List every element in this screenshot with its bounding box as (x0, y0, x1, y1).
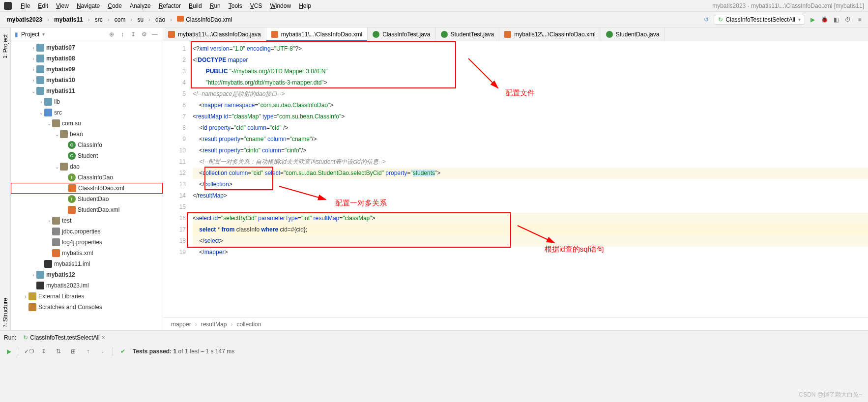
editor-breadcrumb-item[interactable]: collection (236, 321, 261, 328)
tree-node[interactable]: StudentDao.xml (11, 204, 163, 215)
code-line[interactable]: <!--配置一对多关系：自动根据cid去关联查询student表中该cid的信息… (193, 156, 868, 168)
next-icon[interactable]: ↓ (98, 346, 108, 356)
expand-chevron-icon[interactable]: › (30, 78, 36, 83)
breadcrumb-item[interactable]: src (92, 15, 106, 24)
tree-node[interactable]: ›mybatis09 (11, 64, 163, 75)
menu-run[interactable]: Run (206, 1, 225, 10)
toggle-icon[interactable]: ↧ (39, 346, 49, 356)
expand-chevron-icon[interactable]: › (46, 218, 52, 224)
tree-node[interactable]: mybatis11.iml (11, 258, 163, 269)
tool-tab-structure[interactable]: 7: Structure (1, 295, 10, 330)
tree-node[interactable]: ›mybatis10 (11, 75, 163, 86)
code-line[interactable]: <select id="selectByCid" parameterType="… (193, 213, 868, 224)
editor-tab[interactable]: ClassInfoTest.java (368, 28, 435, 41)
tree-node[interactable]: ›lib (11, 96, 163, 107)
editor-breadcrumb-item[interactable]: mapper (171, 321, 191, 328)
tree-node[interactable]: ⌄com.su (11, 118, 163, 129)
expand-chevron-icon[interactable]: › (30, 67, 36, 72)
tree-node[interactable]: ›External Libraries (11, 291, 163, 302)
chevron-down-icon[interactable]: ▾ (42, 31, 45, 37)
tree-node[interactable]: ›mybatis12 (11, 269, 163, 280)
code-area[interactable]: <?xml version="1.0" encoding="UTF-8"?><!… (191, 41, 868, 317)
code-line[interactable]: </collection> (193, 179, 868, 190)
expand-chevron-icon[interactable]: ⌄ (30, 88, 36, 94)
breadcrumb-item[interactable]: ClassInfoDao.xml (174, 15, 235, 24)
run-icon[interactable]: ▶ (808, 15, 817, 24)
menu-analyze[interactable]: Analyze (126, 1, 155, 10)
breadcrumb-item[interactable]: su (134, 15, 146, 24)
code-line[interactable]: <id property="cid" column="cid" /> (193, 122, 868, 134)
code-line[interactable]: select * from classInfo where cid=#{cid}… (193, 224, 868, 235)
tree-node[interactable]: jdbc.properties (11, 226, 163, 237)
scroll-from-source-icon[interactable]: ↕ (118, 30, 126, 38)
code-line[interactable]: </resultMap> (193, 190, 868, 201)
code-line[interactable]: <collection column="cid" select="com.su.… (193, 168, 868, 179)
expand-chevron-icon[interactable]: › (30, 272, 36, 278)
tree-node[interactable]: ›mybatis07 (11, 42, 163, 53)
code-line[interactable]: <?xml version="1.0" encoding="UTF-8"?> (193, 43, 868, 55)
menu-view[interactable]: View (52, 1, 73, 10)
code-line[interactable]: "http://mybatis.org/dtd/mybatis-3-mapper… (193, 77, 868, 88)
gear-icon[interactable]: ⚙ (140, 30, 148, 38)
profile-icon[interactable]: ⏱ (843, 15, 852, 24)
expand-chevron-icon[interactable]: › (23, 294, 29, 299)
code-line[interactable]: <!DOCTYPE mapper (193, 55, 868, 66)
code-line[interactable]: <!--namespace是映射的dao接口--> (193, 88, 868, 100)
tree-node[interactable]: ⌄mybatis11 (11, 86, 163, 96)
editor-tab[interactable]: StudentTest.java (436, 28, 500, 41)
menu-help[interactable]: Help (295, 1, 315, 10)
expand-chevron-icon[interactable]: ⌄ (54, 132, 60, 137)
tree-node[interactable]: Scratches and Consoles (11, 302, 163, 313)
expand-chevron-icon[interactable]: › (38, 99, 44, 105)
tool-tab-project[interactable]: 1: Project (1, 31, 10, 61)
hide-icon[interactable]: — (151, 30, 159, 38)
code-line[interactable] (193, 201, 868, 213)
editor-tab[interactable]: StudentDao.java (601, 28, 665, 41)
breadcrumb-item[interactable]: dao (152, 15, 168, 24)
tree-node[interactable]: mybatis.xml (11, 248, 163, 258)
breadcrumb-item[interactable]: mybatis2023 (4, 15, 45, 24)
expand-chevron-icon[interactable]: ⌄ (54, 164, 60, 170)
code-line[interactable]: <mapper namespace="com.su.dao.ClassInfoD… (193, 100, 868, 111)
tree-node[interactable]: IStudentDao (11, 194, 163, 204)
run-config-dropdown[interactable]: ↻ ClassInfoTest.testSelectAll ▾ (714, 15, 805, 25)
menu-file[interactable]: File (17, 1, 34, 10)
prev-icon[interactable]: ↑ (83, 346, 93, 356)
menu-build[interactable]: Build (185, 1, 206, 10)
tree-node[interactable]: ›mybatis08 (11, 53, 163, 64)
menu-refactor[interactable]: Refactor (155, 1, 185, 10)
editor-tab[interactable]: mybatis11\...\ClassInfoDao.xml (266, 28, 368, 41)
tree-node[interactable]: IClassInfoDao (11, 172, 163, 183)
expand-icon[interactable]: ⊞ (68, 346, 78, 356)
tree-node[interactable]: ›test (11, 215, 163, 226)
expand-chevron-icon[interactable]: › (30, 45, 36, 51)
expand-chevron-icon[interactable]: ⌄ (38, 110, 44, 115)
tree-node[interactable]: ClassInfoDao.xml (11, 183, 163, 194)
run-tab[interactable]: ↻ ClassInfoTest.testSelectAll × (20, 333, 108, 342)
code-line[interactable]: <result property="cname" column="cname"/… (193, 134, 868, 145)
expand-chevron-icon[interactable]: ⌄ (46, 121, 52, 126)
code-line[interactable]: PUBLIC "-//mybatis.org//DTD Mapper 3.0//… (193, 66, 868, 77)
tree-node[interactable]: log4j.properties (11, 237, 163, 248)
breadcrumb-item[interactable]: mybatis11 (51, 15, 86, 24)
rerun-icon[interactable]: ▶ (4, 346, 14, 356)
menu-window[interactable]: Window (266, 1, 295, 10)
collapse-all-icon[interactable]: ↧ (129, 30, 137, 38)
select-opened-file-icon[interactable]: ⊕ (108, 30, 116, 38)
menu-edit[interactable]: Edit (34, 1, 52, 10)
tree-node[interactable]: CStudent (11, 150, 163, 161)
editor-tab[interactable]: mybatis11\...\ClassInfoDao.java (163, 28, 266, 41)
coverage-icon[interactable]: ◧ (832, 15, 840, 24)
breadcrumb-item[interactable]: com (112, 15, 129, 24)
code-line[interactable]: <result property="cinfo" column="cinfo"/… (193, 145, 868, 156)
menu-navigate[interactable]: Navigate (73, 1, 104, 10)
stop-icon[interactable]: ■ (855, 15, 864, 24)
expand-chevron-icon[interactable]: › (30, 56, 36, 61)
code-line[interactable]: <resultMap id="classMap" type="com.su.be… (193, 111, 868, 122)
editor-breadcrumb-item[interactable]: resultMap (201, 321, 227, 328)
tree-node[interactable]: ⌄dao (11, 161, 163, 172)
tree-node[interactable]: ⌄src (11, 107, 163, 118)
tree-node[interactable]: CClassInfo (11, 140, 163, 150)
editor-tab[interactable]: mybatis12\...\ClassInfoDao.xml (499, 28, 601, 41)
debug-icon[interactable]: 🐞 (820, 15, 829, 24)
